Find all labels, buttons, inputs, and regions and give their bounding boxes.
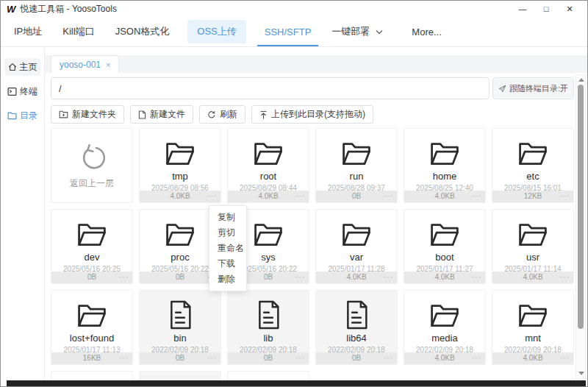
more-actions-button[interactable]: ···: [119, 352, 129, 363]
context-menu-item[interactable]: 删除: [209, 271, 246, 287]
file-card[interactable]: dev 2025/05/16 20:25 0B ···: [51, 209, 133, 284]
file-card[interactable]: lib 2022/02/09 20:18 0B ···: [227, 290, 309, 365]
tab-json-format[interactable]: JSON格式化: [105, 17, 180, 46]
minimize-button[interactable]: —: [511, 1, 534, 16]
file-name: root: [228, 171, 309, 182]
follow-terminal-label: 跟随终端目录:开: [509, 83, 568, 94]
tab-more[interactable]: More...: [401, 17, 451, 46]
sidebar-item-terminal[interactable]: 终端: [5, 82, 40, 100]
scrollbar-thumb[interactable]: [578, 85, 584, 329]
toolbar: 新建文件夹 新建文件 刷新 上传到此目录(支持拖动): [51, 105, 574, 124]
main-panel: yooso-001 × / 跟随终端目录:开 新建文件夹: [45, 48, 588, 386]
tab-ip-address[interactable]: IP地址: [4, 17, 52, 46]
folder-icon: [76, 301, 108, 329]
more-actions-button[interactable]: ···: [384, 271, 393, 283]
context-menu-item[interactable]: 复制: [209, 210, 246, 225]
tab-label: More...: [409, 21, 443, 43]
file-card[interactable]: tmp 2025/08/29 08:56 4.0KB ···: [139, 128, 221, 203]
more-actions-button[interactable]: ···: [384, 352, 393, 363]
more-actions-button[interactable]: ···: [384, 191, 393, 202]
follow-terminal-button[interactable]: 跟随终端目录:开: [492, 77, 574, 99]
file-card[interactable]: run 2025/08/28 09:37 0B ···: [315, 128, 398, 203]
folder-icon: [164, 139, 196, 167]
file-card[interactable]: home 2025/08/25 12:40 4.0KB ···: [404, 128, 486, 203]
app-title: 悦速工具箱 - YoosoTools: [20, 3, 117, 15]
context-menu-item[interactable]: 重命名: [209, 241, 246, 256]
tab-ssh-sftp[interactable]: SSH/SFTP: [254, 17, 322, 46]
file-card[interactable]: etc 2025/08/15 16:01 12KB ···: [492, 128, 574, 203]
more-actions-button[interactable]: ···: [472, 191, 481, 202]
more-actions-button[interactable]: ···: [560, 191, 570, 202]
folder-icon: [429, 139, 461, 167]
folder-icon: [252, 220, 284, 248]
file-card[interactable]: var 2025/01/17 11:28 4.0KB ···: [315, 209, 398, 284]
folder-icon: [164, 220, 196, 248]
folder-icon: [340, 139, 373, 167]
close-button[interactable]: ✕: [558, 1, 581, 16]
tab-deploy[interactable]: 一键部署: [321, 17, 391, 46]
path-value: /: [59, 83, 62, 94]
path-input[interactable]: /: [51, 77, 490, 99]
file-footer: 0B ···: [228, 352, 309, 364]
upload-button[interactable]: 上传到此目录(支持拖动): [251, 105, 373, 124]
file-footer: 4.0KB ···: [404, 191, 485, 202]
session-tab[interactable]: yooso-001 ×: [51, 55, 119, 73]
more-actions-button[interactable]: ···: [472, 352, 481, 363]
app-logo-icon: W: [7, 4, 15, 15]
more-actions-button[interactable]: ···: [119, 271, 129, 283]
file-footer: 0B ···: [51, 271, 132, 283]
scroll-down-icon[interactable]: [578, 372, 584, 375]
vertical-scrollbar[interactable]: [576, 74, 586, 379]
file-footer: 4.0KB ···: [140, 191, 220, 202]
file-card[interactable]: mnt 2022/02/09 20:18 4.0KB ···: [492, 290, 574, 365]
sidebar-item-label: 目录: [20, 110, 37, 122]
file-card[interactable]: lib64 2022/02/09 20:18 0B ···: [315, 290, 398, 365]
tab-label: SSH/SFTP: [262, 21, 314, 43]
file-card[interactable]: usr 2025/01/17 11:14 4.0KB ···: [492, 209, 574, 284]
file-name: etc: [492, 171, 573, 182]
file-card[interactable]: root 2025/08/29 08:44 4.0KB ···: [227, 128, 309, 203]
file-card[interactable]: lost+found 2025/01/17 11:13 16KB ···: [51, 290, 133, 365]
file-footer: 4.0KB ···: [316, 271, 397, 283]
session-tab-label: yooso-001: [60, 60, 101, 70]
new-folder-button[interactable]: 新建文件夹: [51, 105, 124, 124]
file-footer: 12KB ···: [492, 191, 573, 202]
sidebar-item-home[interactable]: 主页: [5, 58, 40, 76]
more-actions-button[interactable]: ···: [207, 191, 217, 202]
more-actions-button[interactable]: ···: [560, 271, 570, 283]
tab-kill-port[interactable]: Kill端口: [52, 17, 104, 46]
close-session-icon[interactable]: ×: [106, 60, 110, 69]
file-card[interactable]: media 2022/02/09 20:18 4.0KB ···: [404, 290, 486, 365]
button-label: 上传到此目录(支持拖动): [271, 108, 365, 121]
back-arrow-icon: [51, 137, 132, 172]
more-actions-button[interactable]: ···: [295, 271, 305, 283]
context-menu-item[interactable]: 剪切: [209, 225, 246, 241]
file-name: lib64: [316, 333, 397, 344]
refresh-button[interactable]: 刷新: [199, 105, 245, 124]
file-name: mnt: [492, 333, 573, 344]
more-actions-button[interactable]: ···: [560, 352, 570, 363]
tab-oss-upload[interactable]: OSS上传: [179, 17, 254, 46]
go-up-label: 返回上一层: [51, 178, 132, 189]
file-icon: [168, 300, 193, 330]
file-name: dev: [51, 252, 132, 263]
new-file-button[interactable]: 新建文件: [130, 105, 193, 124]
maximize-button[interactable]: □: [534, 1, 558, 16]
more-actions-button[interactable]: ···: [472, 271, 481, 283]
tab-label: IP地址: [12, 20, 44, 43]
more-actions-button[interactable]: ···: [207, 352, 217, 363]
file-card[interactable]: bin 2022/02/09 20:18 0B ···: [139, 290, 221, 365]
app-window: W 悦速工具箱 - YoosoTools — □ ✕ IP地址 Kill端口 J…: [0, 0, 588, 387]
file-card[interactable]: boot 2025/01/17 11:27 4.0KB ···: [404, 209, 486, 284]
folder-icon: [517, 220, 549, 248]
scroll-up-icon[interactable]: [578, 78, 584, 82]
context-menu-item[interactable]: 下载: [209, 256, 246, 271]
folder-icon: [76, 220, 108, 248]
more-actions-button[interactable]: ···: [295, 352, 305, 363]
file-footer: 16KB ···: [51, 352, 132, 364]
sidebar-item-label: 终端: [20, 85, 37, 98]
go-up-card[interactable]: 返回上一层: [51, 128, 133, 203]
sidebar-item-directory[interactable]: 目录: [5, 107, 40, 124]
more-actions-button[interactable]: ···: [295, 191, 305, 202]
file-name: lost+found: [51, 333, 132, 344]
